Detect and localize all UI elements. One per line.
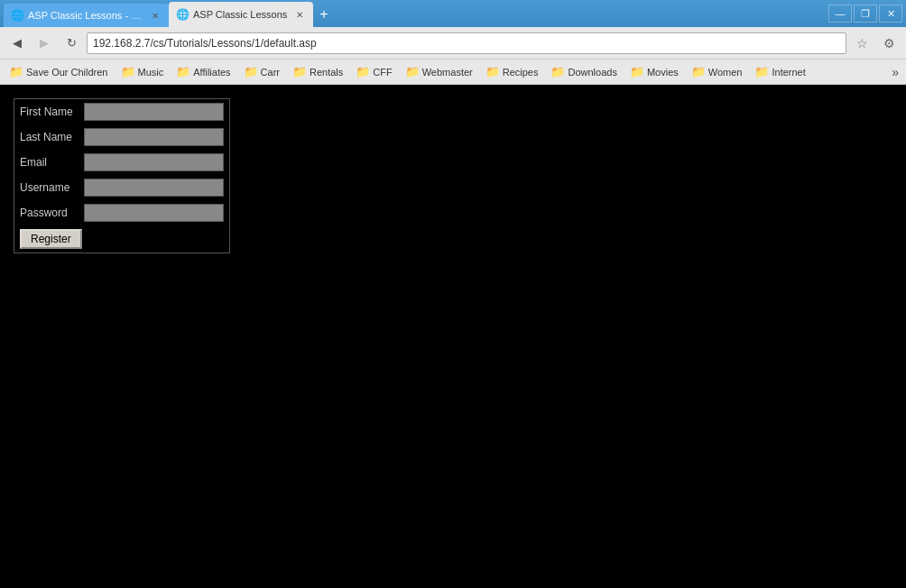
password-input[interactable] (84, 204, 224, 222)
table-row: Register (14, 225, 229, 253)
form-container: First Name Last Name Email (14, 98, 230, 253)
tab-1-close[interactable]: ✕ (149, 9, 162, 22)
bookmark-label: Movies (647, 67, 679, 78)
folder-icon: 📁 (405, 65, 420, 78)
address-bar[interactable] (87, 32, 846, 54)
email-label: Email (14, 150, 79, 175)
bookmark-carr[interactable]: 📁 Carr (238, 62, 285, 82)
new-tab-button[interactable]: + (313, 4, 335, 25)
bookmark-affiliates[interactable]: 📁 Affiliates (171, 62, 236, 82)
bookmarks-bar: 📁 Save Our Children 📁 Music 📁 Affiliates… (0, 60, 906, 85)
bookmark-save-our-children[interactable]: 📁 Save Our Children (4, 62, 114, 82)
username-label: Username (14, 175, 79, 200)
first-name-cell (79, 99, 229, 124)
page-content: First Name Last Name Email (0, 85, 906, 588)
folder-icon: 📁 (754, 65, 769, 78)
navbar: ◀ ▶ ↻ ☆ ⚙ (0, 27, 906, 60)
last-name-label: Last Name (14, 124, 79, 150)
password-label: Password (14, 200, 79, 225)
titlebar: 🌐 ASP Classic Lessons - Profile f... ✕ 🌐… (0, 0, 906, 27)
window-controls: — ❐ ✕ (828, 5, 902, 23)
folder-icon: 📁 (292, 65, 307, 78)
bookmark-label: Affiliates (193, 67, 230, 78)
folder-icon: 📁 (244, 65, 258, 78)
bookmark-women[interactable]: 📁 Women (686, 62, 748, 82)
first-name-input[interactable] (84, 103, 224, 121)
bookmark-label: Internet (772, 67, 805, 78)
tab-2-close[interactable]: ✕ (293, 8, 306, 21)
bookmarks-more-button[interactable]: » (888, 65, 902, 79)
bookmark-label: Webmaster (422, 67, 473, 78)
folder-icon: 📁 (630, 65, 644, 78)
bookmark-label: Music (138, 67, 164, 78)
registration-form: First Name Last Name Email (14, 99, 229, 253)
bookmark-webmaster[interactable]: 📁 Webmaster (400, 62, 478, 82)
bookmark-downloads[interactable]: 📁 Downloads (545, 62, 622, 82)
tools-button[interactable]: ⚙ (877, 32, 901, 55)
tab-2-label: ASP Classic Lessons (193, 9, 287, 20)
restore-button[interactable]: ❐ (854, 5, 877, 23)
bookmark-label: Downloads (568, 67, 616, 78)
table-row: Username (14, 175, 229, 200)
forward-button[interactable]: ▶ (32, 32, 56, 55)
refresh-button[interactable]: ↻ (60, 32, 83, 55)
register-button[interactable]: Register (20, 229, 82, 249)
last-name-cell (79, 124, 229, 150)
bookmark-movies[interactable]: 📁 Movies (624, 62, 684, 82)
bookmark-label: Women (708, 67, 743, 78)
favorites-button[interactable]: ☆ (850, 32, 874, 55)
close-button[interactable]: ✕ (879, 5, 902, 23)
bookmark-label: Save Our Children (26, 67, 108, 78)
folder-icon: 📁 (356, 65, 370, 78)
email-input[interactable] (84, 153, 224, 171)
bookmark-label: Rentals (310, 67, 343, 78)
bookmark-music[interactable]: 📁 Music (116, 62, 170, 82)
table-row: Last Name (14, 124, 229, 150)
folder-icon: 📁 (9, 65, 23, 78)
last-name-input[interactable] (84, 128, 224, 146)
username-cell (79, 175, 229, 200)
bookmark-recipes[interactable]: 📁 Recipes (480, 62, 544, 82)
folder-icon: 📁 (550, 65, 565, 78)
password-cell (79, 200, 229, 225)
username-input[interactable] (84, 179, 224, 197)
table-row: First Name (14, 99, 229, 124)
browser-window: 🌐 ASP Classic Lessons - Profile f... ✕ 🌐… (0, 0, 906, 588)
bookmark-label: CFF (373, 67, 392, 78)
tabs-area: 🌐 ASP Classic Lessons - Profile f... ✕ 🌐… (4, 0, 825, 27)
back-button[interactable]: ◀ (5, 32, 29, 55)
bookmark-label: Recipes (503, 67, 539, 78)
first-name-label: First Name (14, 99, 79, 124)
browser-icon-2: 🌐 (176, 8, 190, 21)
browser-icon: 🌐 (11, 9, 24, 22)
email-cell (79, 150, 229, 175)
bookmark-label: Carr (261, 67, 280, 78)
bookmark-cff[interactable]: 📁 CFF (350, 62, 397, 82)
minimize-button[interactable]: — (828, 5, 852, 23)
table-row: Password (14, 200, 229, 225)
folder-icon: 📁 (121, 65, 135, 78)
table-row: Email (14, 150, 229, 175)
folder-icon: 📁 (691, 65, 706, 78)
folder-icon: 📁 (485, 65, 500, 78)
bookmark-rentals[interactable]: 📁 Rentals (287, 62, 348, 82)
tab-1[interactable]: 🌐 ASP Classic Lessons - Profile f... ✕ (4, 4, 169, 27)
tab-2[interactable]: 🌐 ASP Classic Lessons ✕ (169, 2, 313, 27)
bookmark-internet[interactable]: 📁 Internet (749, 62, 810, 82)
register-button-cell: Register (14, 225, 229, 253)
tab-1-label: ASP Classic Lessons - Profile f... (28, 10, 145, 21)
folder-icon: 📁 (176, 65, 190, 78)
